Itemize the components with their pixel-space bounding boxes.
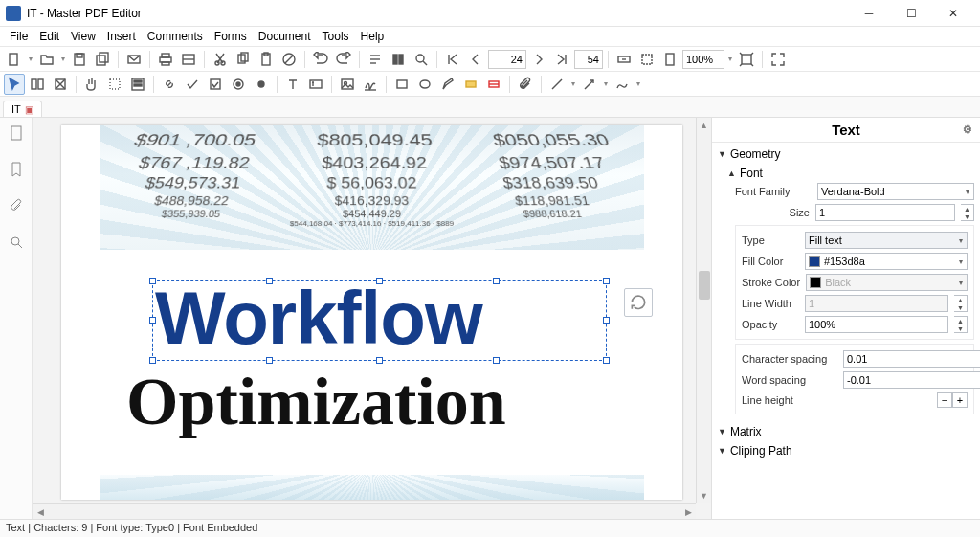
save-all-icon[interactable] [92, 49, 113, 70]
panel-settings-icon[interactable]: ⚙ [963, 123, 972, 136]
curve-tool-icon[interactable] [612, 74, 633, 95]
line-width-spinner[interactable]: ▲▼ [954, 295, 968, 312]
section-clipping[interactable]: ▼Cliping Path [718, 441, 974, 460]
open-dropdown[interactable]: ▾ [59, 55, 67, 63]
menu-edit[interactable]: Edit [33, 28, 65, 45]
first-page-icon[interactable] [442, 49, 463, 70]
arrow-dropdown[interactable]: ▾ [602, 79, 610, 88]
search-icon[interactable] [411, 49, 432, 70]
menu-forms[interactable]: Forms [209, 28, 253, 45]
delete-icon[interactable] [278, 49, 300, 70]
section-geometry[interactable]: ▼Geometry [718, 145, 974, 164]
font-size-input[interactable] [815, 204, 955, 221]
zoom-percent-input[interactable] [682, 50, 724, 69]
menu-document[interactable]: Document [253, 28, 317, 45]
next-page-icon[interactable] [528, 49, 549, 70]
arrow-tool-icon[interactable] [579, 74, 600, 95]
open-icon[interactable] [36, 49, 57, 70]
copy-icon[interactable] [233, 49, 254, 70]
pencil-tool-icon[interactable] [437, 74, 458, 95]
strikeout-tool-icon[interactable] [483, 74, 504, 95]
line-tool-icon[interactable] [546, 74, 568, 95]
edit-object-tool-icon[interactable] [50, 74, 71, 95]
menu-view[interactable]: View [65, 28, 101, 45]
minimize-button[interactable]: ─ [848, 0, 890, 27]
menu-help[interactable]: Help [355, 28, 390, 45]
text-optimization[interactable]: Optimization [126, 364, 506, 440]
print-icon[interactable] [155, 49, 176, 70]
line-height-stepper[interactable]: −+ [937, 392, 968, 408]
menu-file[interactable]: File [4, 28, 33, 45]
undo-icon[interactable] [310, 49, 331, 70]
rectangle-tool-icon[interactable] [391, 74, 412, 95]
menu-comments[interactable]: Comments [142, 28, 209, 45]
form-edit-icon[interactable] [127, 74, 148, 95]
curve-dropdown[interactable]: ▾ [635, 79, 642, 88]
fullscreen-icon[interactable] [768, 49, 789, 70]
actual-size-icon[interactable] [659, 49, 680, 70]
vertical-scrollbar[interactable]: ▲ ▼ [696, 118, 711, 503]
edit-text-tool-icon[interactable] [27, 74, 48, 95]
highlight-tool-icon[interactable] [460, 74, 481, 95]
document-canvas[interactable]: $901 ,700.05$805,049.45$050,055.30 $767 … [33, 118, 712, 519]
signature-tool-icon[interactable] [360, 74, 381, 95]
attachment-tool-icon[interactable] [515, 74, 536, 95]
columns-icon[interactable] [388, 49, 409, 70]
maximize-button[interactable]: ☐ [890, 0, 932, 27]
new-icon[interactable] [4, 49, 25, 70]
save-icon[interactable] [69, 49, 90, 70]
link-tool-icon[interactable] [159, 74, 180, 95]
zoom-out-icon[interactable] [736, 49, 757, 70]
selection-box[interactable] [152, 280, 607, 361]
bullet-icon[interactable] [251, 74, 272, 95]
file-tab-it[interactable]: IT ▣ [3, 101, 42, 117]
text-tool-icon[interactable] [282, 74, 303, 95]
prev-page-icon[interactable] [465, 49, 486, 70]
font-family-select[interactable]: Verdana-Bold▾ [817, 183, 974, 200]
fill-color-select[interactable]: #153d8a▾ [805, 253, 968, 270]
crop-tool-icon[interactable] [104, 74, 125, 95]
char-spacing-input[interactable] [843, 350, 980, 368]
rotate-handle[interactable] [624, 288, 653, 317]
scan-icon[interactable] [178, 49, 199, 70]
radio-icon[interactable] [228, 74, 249, 95]
word-spacing-input[interactable] [843, 371, 980, 389]
checkbox-icon[interactable] [205, 74, 226, 95]
search-panel-icon[interactable] [7, 233, 26, 252]
select-tool-icon[interactable] [4, 74, 25, 95]
fill-type-select[interactable]: Fill text▾ [805, 232, 968, 249]
line-width-input[interactable] [805, 295, 948, 312]
opacity-input[interactable] [805, 316, 948, 333]
line-dropdown[interactable]: ▾ [569, 79, 577, 88]
pages-panel-icon[interactable] [7, 123, 26, 143]
last-page-icon[interactable] [551, 49, 572, 70]
paste-icon[interactable] [256, 49, 277, 70]
redo-icon[interactable] [333, 49, 354, 70]
paragraph-icon[interactable] [365, 49, 386, 70]
ellipse-tool-icon[interactable] [414, 74, 435, 95]
stroke-color-select[interactable]: Black▾ [806, 274, 968, 291]
section-matrix[interactable]: ▼Matrix [718, 422, 974, 441]
fit-width-icon[interactable] [636, 49, 657, 70]
fit-page-icon[interactable] [613, 49, 635, 70]
cut-icon[interactable] [210, 49, 231, 70]
zoom-dropdown[interactable]: ▾ [726, 55, 734, 63]
bookmarks-panel-icon[interactable] [7, 160, 26, 179]
textbox-tool-icon[interactable] [305, 74, 326, 95]
close-button[interactable]: ✕ [932, 0, 974, 27]
menu-insert[interactable]: Insert [101, 28, 142, 45]
page-number-input[interactable] [488, 50, 526, 69]
font-size-spinner[interactable]: ▲▼ [961, 204, 974, 221]
hand-tool-icon[interactable] [81, 74, 102, 95]
horizontal-scrollbar[interactable]: ◀ ▶ [33, 503, 696, 519]
image-tool-icon[interactable] [337, 74, 358, 95]
new-dropdown[interactable]: ▾ [27, 55, 34, 63]
close-tab-icon[interactable]: ▣ [25, 104, 33, 115]
opacity-spinner[interactable]: ▲▼ [954, 316, 968, 333]
checkmark-icon[interactable] [182, 74, 203, 95]
email-icon[interactable] [123, 49, 145, 70]
scroll-thumb[interactable] [699, 271, 710, 300]
menu-tools[interactable]: Tools [317, 28, 355, 45]
zoom-input[interactable] [574, 50, 603, 69]
attachments-panel-icon[interactable] [7, 196, 26, 215]
